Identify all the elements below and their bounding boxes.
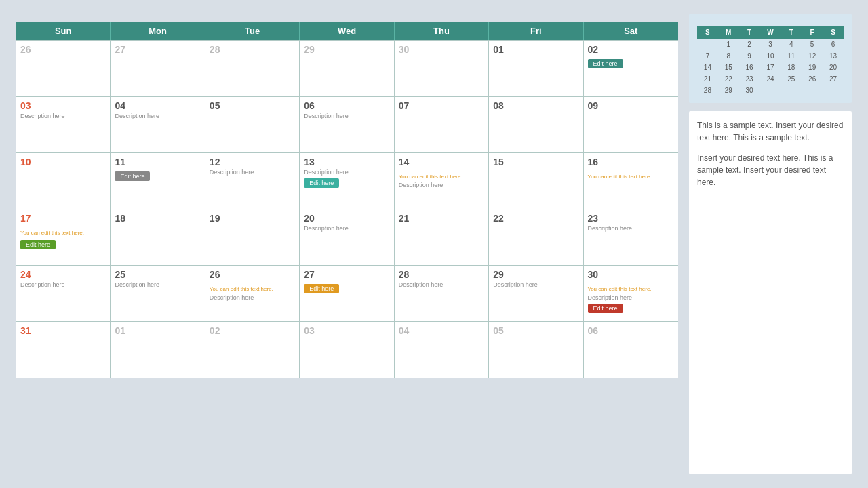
date-number: 14: [399, 157, 484, 167]
cell-note: You can edit this text here.: [588, 174, 652, 180]
cal-cell: 05: [489, 322, 583, 378]
mini-cal-day: 21: [697, 73, 718, 85]
mini-cal-day: [760, 85, 781, 96]
cell-description: Description here: [304, 225, 389, 232]
date-number: 01: [493, 44, 578, 55]
edit-badge[interactable]: Edit here: [588, 59, 623, 68]
date-number: 13: [304, 157, 389, 167]
date-number: 06: [304, 100, 389, 111]
cal-cell: 20Description here: [300, 209, 394, 265]
mini-cal-day: [697, 39, 718, 50]
date-number: 18: [115, 213, 200, 224]
cal-week-2: 1011Edit here12Description here13Descrip…: [16, 152, 678, 209]
calendar-body: 26272829300102Edit here03Description her…: [16, 40, 678, 378]
cal-cell: 16You can edit this text here.: [584, 153, 678, 209]
edit-badge[interactable]: Edit here: [20, 240, 56, 249]
main-calendar: SunMonTueWedThuFriSat 26272829300102Edit…: [16, 14, 678, 474]
day-name-thu: Thu: [395, 22, 489, 40]
cal-cell: 07: [395, 97, 489, 152]
cal-week-1: 03Description here04Description here0506…: [16, 96, 678, 152]
mini-cal-day: 9: [739, 50, 760, 62]
cell-description: Description here: [20, 281, 106, 288]
mini-cal-week: 123456: [697, 39, 844, 50]
day-name-wed: Wed: [300, 22, 394, 40]
mini-cal-week: 282930: [697, 85, 844, 96]
date-number: 09: [588, 100, 674, 111]
mini-cal-day: 22: [718, 73, 739, 85]
cell-description: Description here: [115, 281, 200, 288]
cell-description: Description here: [588, 294, 674, 301]
cal-cell: 06Description here: [300, 97, 394, 152]
edit-badge[interactable]: Edit here: [304, 178, 339, 188]
date-number: 12: [210, 157, 295, 167]
mini-cal-day: 11: [781, 50, 802, 62]
cal-cell: 19: [205, 209, 300, 265]
date-number: 15: [493, 157, 578, 167]
date-number: 02: [210, 325, 295, 336]
day-name-sun: Sun: [16, 22, 111, 40]
mini-cal-day: [823, 85, 844, 96]
cell-description: Description here: [20, 113, 106, 119]
mini-cal-day: 1: [718, 39, 739, 50]
cal-cell: 01: [489, 41, 583, 96]
mini-cal-day: 2: [739, 39, 760, 50]
mini-cal-day: 19: [802, 62, 823, 73]
mini-cal-day: 18: [781, 62, 802, 73]
cal-week-4: 24Description here25Description here26Yo…: [16, 265, 678, 321]
mini-cal-day: 25: [781, 73, 802, 85]
mini-cal-day: 3: [760, 39, 781, 50]
cal-cell: 24Description here: [16, 266, 111, 321]
mini-cal-week: 14151617181920: [697, 62, 844, 73]
date-number: 22: [493, 213, 578, 224]
day-name-tue: Tue: [205, 22, 300, 40]
mini-calendar-grid: SMTWTFS 12345678910111213141516171819202…: [697, 26, 844, 96]
date-number: 24: [20, 269, 106, 280]
cal-cell: 29: [300, 41, 394, 96]
mini-cal-day-header: W: [760, 26, 781, 39]
right-panel: SMTWTFS 12345678910111213141516171819202…: [689, 14, 852, 474]
date-number: 01: [115, 325, 200, 336]
mini-cal-day: [781, 85, 802, 96]
text-block: Insert your desired text here. This is a…: [697, 152, 844, 188]
edit-badge[interactable]: Edit here: [115, 171, 150, 181]
cal-cell: 28Description here: [395, 266, 489, 321]
date-number: 29: [493, 269, 578, 280]
mini-cal-day-header: S: [697, 26, 718, 39]
cal-cell: 03Description here: [16, 97, 111, 152]
cal-cell: 02: [205, 322, 300, 378]
date-number: 05: [493, 325, 578, 336]
cal-cell: 17You can edit this text here.Edit here: [16, 209, 111, 265]
mini-cal-day-header: F: [802, 26, 823, 39]
cal-cell: 26You can edit this text here.Descriptio…: [205, 266, 300, 321]
cal-cell: 31: [16, 322, 111, 378]
mini-cal-day: 13: [823, 50, 844, 62]
mini-cal-day-header: S: [823, 26, 844, 39]
mini-cal-week: 21222324252627: [697, 73, 844, 85]
mini-cal-day-header: T: [781, 26, 802, 39]
date-number: 30: [399, 44, 484, 55]
text-section: This is a sample text. Insert your desir…: [689, 111, 852, 474]
cal-week-3: 17You can edit this text here.Edit here1…: [16, 209, 678, 265]
edit-badge[interactable]: Edit here: [588, 304, 623, 313]
date-number: 10: [20, 157, 106, 167]
text-block: This is a sample text. Insert your desir…: [697, 119, 844, 144]
mini-cal-day: 16: [739, 62, 760, 73]
date-number: 27: [304, 269, 389, 280]
date-number: 06: [588, 325, 674, 336]
mini-cal-day: 29: [718, 85, 739, 96]
date-number: 31: [20, 325, 106, 336]
cal-cell: 27Edit here: [300, 266, 394, 321]
edit-badge[interactable]: Edit here: [304, 284, 339, 293]
date-number: 11: [115, 157, 200, 167]
date-number: 08: [493, 100, 578, 111]
mini-cal-day-header: T: [739, 26, 760, 39]
mini-cal-day: 12: [802, 50, 823, 62]
day-name-fri: Fri: [489, 22, 583, 40]
mini-cal-day: 10: [760, 50, 781, 62]
cal-cell: 15: [489, 153, 583, 209]
mini-cal-day: [802, 85, 823, 96]
day-name-sat: Sat: [584, 22, 678, 40]
date-number: 04: [399, 325, 484, 336]
cell-description: Description here: [304, 169, 389, 176]
cal-week-5: 31010203040506: [16, 321, 678, 378]
